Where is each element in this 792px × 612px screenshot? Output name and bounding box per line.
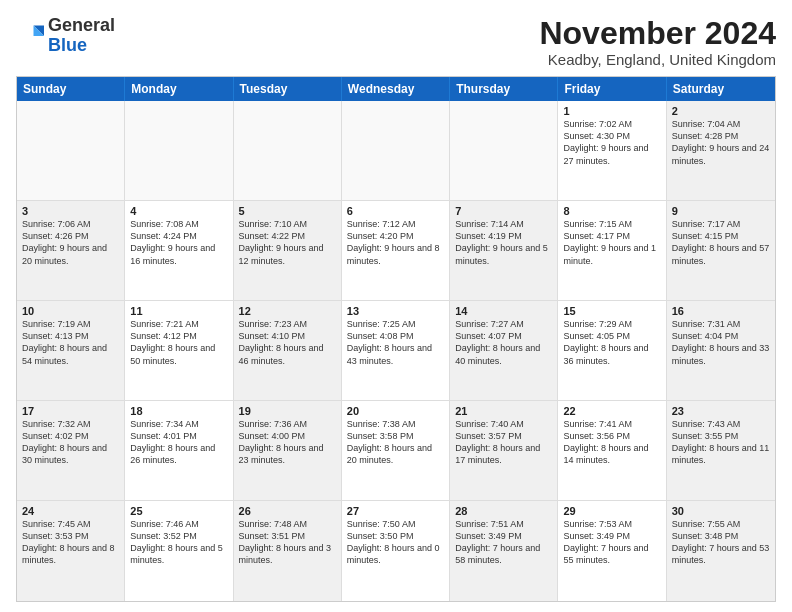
day-info: Sunrise: 7:36 AM Sunset: 4:00 PM Dayligh… — [239, 418, 336, 467]
calendar-cell — [450, 101, 558, 200]
calendar-cell: 23Sunrise: 7:43 AM Sunset: 3:55 PM Dayli… — [667, 401, 775, 500]
day-info: Sunrise: 7:19 AM Sunset: 4:13 PM Dayligh… — [22, 318, 119, 367]
calendar-cell: 13Sunrise: 7:25 AM Sunset: 4:08 PM Dayli… — [342, 301, 450, 400]
calendar-cell: 22Sunrise: 7:41 AM Sunset: 3:56 PM Dayli… — [558, 401, 666, 500]
calendar-cell: 18Sunrise: 7:34 AM Sunset: 4:01 PM Dayli… — [125, 401, 233, 500]
day-number: 23 — [672, 405, 770, 417]
weekday-header: Wednesday — [342, 77, 450, 101]
day-info: Sunrise: 7:10 AM Sunset: 4:22 PM Dayligh… — [239, 218, 336, 267]
day-number: 27 — [347, 505, 444, 517]
logo: General Blue — [16, 16, 115, 56]
day-number: 21 — [455, 405, 552, 417]
calendar-cell: 16Sunrise: 7:31 AM Sunset: 4:04 PM Dayli… — [667, 301, 775, 400]
day-number: 14 — [455, 305, 552, 317]
calendar-cell: 1Sunrise: 7:02 AM Sunset: 4:30 PM Daylig… — [558, 101, 666, 200]
day-number: 3 — [22, 205, 119, 217]
day-number: 25 — [130, 505, 227, 517]
calendar-header: SundayMondayTuesdayWednesdayThursdayFrid… — [17, 77, 775, 101]
calendar-cell: 8Sunrise: 7:15 AM Sunset: 4:17 PM Daylig… — [558, 201, 666, 300]
day-info: Sunrise: 7:08 AM Sunset: 4:24 PM Dayligh… — [130, 218, 227, 267]
calendar-cell: 20Sunrise: 7:38 AM Sunset: 3:58 PM Dayli… — [342, 401, 450, 500]
day-info: Sunrise: 7:51 AM Sunset: 3:49 PM Dayligh… — [455, 518, 552, 567]
calendar-cell: 28Sunrise: 7:51 AM Sunset: 3:49 PM Dayli… — [450, 501, 558, 601]
logo-text: General Blue — [48, 16, 115, 56]
day-number: 4 — [130, 205, 227, 217]
day-info: Sunrise: 7:38 AM Sunset: 3:58 PM Dayligh… — [347, 418, 444, 467]
calendar-cell — [125, 101, 233, 200]
logo-blue: Blue — [48, 36, 115, 56]
day-info: Sunrise: 7:41 AM Sunset: 3:56 PM Dayligh… — [563, 418, 660, 467]
day-number: 10 — [22, 305, 119, 317]
day-info: Sunrise: 7:15 AM Sunset: 4:17 PM Dayligh… — [563, 218, 660, 267]
day-number: 22 — [563, 405, 660, 417]
day-number: 24 — [22, 505, 119, 517]
calendar-row: 17Sunrise: 7:32 AM Sunset: 4:02 PM Dayli… — [17, 401, 775, 501]
day-info: Sunrise: 7:25 AM Sunset: 4:08 PM Dayligh… — [347, 318, 444, 367]
day-info: Sunrise: 7:02 AM Sunset: 4:30 PM Dayligh… — [563, 118, 660, 167]
calendar-row: 1Sunrise: 7:02 AM Sunset: 4:30 PM Daylig… — [17, 101, 775, 201]
day-info: Sunrise: 7:29 AM Sunset: 4:05 PM Dayligh… — [563, 318, 660, 367]
calendar-cell: 3Sunrise: 7:06 AM Sunset: 4:26 PM Daylig… — [17, 201, 125, 300]
day-info: Sunrise: 7:55 AM Sunset: 3:48 PM Dayligh… — [672, 518, 770, 567]
weekday-header: Friday — [558, 77, 666, 101]
day-number: 6 — [347, 205, 444, 217]
location: Keadby, England, United Kingdom — [539, 51, 776, 68]
day-info: Sunrise: 7:17 AM Sunset: 4:15 PM Dayligh… — [672, 218, 770, 267]
calendar: SundayMondayTuesdayWednesdayThursdayFrid… — [16, 76, 776, 602]
calendar-cell — [234, 101, 342, 200]
calendar-cell: 21Sunrise: 7:40 AM Sunset: 3:57 PM Dayli… — [450, 401, 558, 500]
day-info: Sunrise: 7:53 AM Sunset: 3:49 PM Dayligh… — [563, 518, 660, 567]
weekday-header: Saturday — [667, 77, 775, 101]
month-title: November 2024 — [539, 16, 776, 51]
day-info: Sunrise: 7:40 AM Sunset: 3:57 PM Dayligh… — [455, 418, 552, 467]
day-info: Sunrise: 7:43 AM Sunset: 3:55 PM Dayligh… — [672, 418, 770, 467]
calendar-cell: 19Sunrise: 7:36 AM Sunset: 4:00 PM Dayli… — [234, 401, 342, 500]
day-number: 18 — [130, 405, 227, 417]
calendar-cell: 12Sunrise: 7:23 AM Sunset: 4:10 PM Dayli… — [234, 301, 342, 400]
weekday-header: Tuesday — [234, 77, 342, 101]
day-info: Sunrise: 7:46 AM Sunset: 3:52 PM Dayligh… — [130, 518, 227, 567]
logo-general: General — [48, 16, 115, 36]
logo-icon — [16, 22, 44, 50]
day-number: 5 — [239, 205, 336, 217]
calendar-row: 10Sunrise: 7:19 AM Sunset: 4:13 PM Dayli… — [17, 301, 775, 401]
day-number: 1 — [563, 105, 660, 117]
calendar-cell — [17, 101, 125, 200]
calendar-row: 3Sunrise: 7:06 AM Sunset: 4:26 PM Daylig… — [17, 201, 775, 301]
day-number: 8 — [563, 205, 660, 217]
day-number: 2 — [672, 105, 770, 117]
day-number: 19 — [239, 405, 336, 417]
day-info: Sunrise: 7:45 AM Sunset: 3:53 PM Dayligh… — [22, 518, 119, 567]
day-number: 28 — [455, 505, 552, 517]
day-info: Sunrise: 7:34 AM Sunset: 4:01 PM Dayligh… — [130, 418, 227, 467]
calendar-cell: 11Sunrise: 7:21 AM Sunset: 4:12 PM Dayli… — [125, 301, 233, 400]
day-info: Sunrise: 7:32 AM Sunset: 4:02 PM Dayligh… — [22, 418, 119, 467]
calendar-cell: 27Sunrise: 7:50 AM Sunset: 3:50 PM Dayli… — [342, 501, 450, 601]
calendar-cell: 4Sunrise: 7:08 AM Sunset: 4:24 PM Daylig… — [125, 201, 233, 300]
day-info: Sunrise: 7:48 AM Sunset: 3:51 PM Dayligh… — [239, 518, 336, 567]
weekday-header: Sunday — [17, 77, 125, 101]
day-info: Sunrise: 7:14 AM Sunset: 4:19 PM Dayligh… — [455, 218, 552, 267]
calendar-cell: 15Sunrise: 7:29 AM Sunset: 4:05 PM Dayli… — [558, 301, 666, 400]
calendar-cell: 30Sunrise: 7:55 AM Sunset: 3:48 PM Dayli… — [667, 501, 775, 601]
day-info: Sunrise: 7:06 AM Sunset: 4:26 PM Dayligh… — [22, 218, 119, 267]
day-number: 7 — [455, 205, 552, 217]
day-info: Sunrise: 7:31 AM Sunset: 4:04 PM Dayligh… — [672, 318, 770, 367]
title-block: November 2024 Keadby, England, United Ki… — [539, 16, 776, 68]
day-number: 15 — [563, 305, 660, 317]
day-info: Sunrise: 7:23 AM Sunset: 4:10 PM Dayligh… — [239, 318, 336, 367]
day-number: 26 — [239, 505, 336, 517]
calendar-cell: 25Sunrise: 7:46 AM Sunset: 3:52 PM Dayli… — [125, 501, 233, 601]
day-info: Sunrise: 7:27 AM Sunset: 4:07 PM Dayligh… — [455, 318, 552, 367]
day-info: Sunrise: 7:12 AM Sunset: 4:20 PM Dayligh… — [347, 218, 444, 267]
header: General Blue November 2024 Keadby, Engla… — [16, 16, 776, 68]
day-number: 17 — [22, 405, 119, 417]
calendar-cell: 17Sunrise: 7:32 AM Sunset: 4:02 PM Dayli… — [17, 401, 125, 500]
day-number: 13 — [347, 305, 444, 317]
calendar-cell: 9Sunrise: 7:17 AM Sunset: 4:15 PM Daylig… — [667, 201, 775, 300]
calendar-cell: 14Sunrise: 7:27 AM Sunset: 4:07 PM Dayli… — [450, 301, 558, 400]
calendar-cell: 2Sunrise: 7:04 AM Sunset: 4:28 PM Daylig… — [667, 101, 775, 200]
calendar-cell: 6Sunrise: 7:12 AM Sunset: 4:20 PM Daylig… — [342, 201, 450, 300]
calendar-cell: 26Sunrise: 7:48 AM Sunset: 3:51 PM Dayli… — [234, 501, 342, 601]
weekday-header: Monday — [125, 77, 233, 101]
